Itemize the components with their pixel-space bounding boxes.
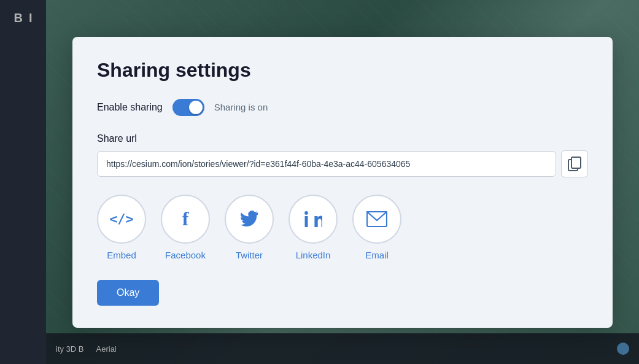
- modal-title: Sharing settings: [97, 59, 588, 82]
- linkedin-share-button[interactable]: LinkedIn: [289, 195, 338, 260]
- modal-overlay: Sharing settings Enable sharing Sharing …: [0, 0, 639, 364]
- sharing-settings-modal: Sharing settings Enable sharing Sharing …: [72, 37, 613, 328]
- email-icon: [366, 211, 387, 227]
- facebook-icon: f: [182, 207, 189, 230]
- share-url-input[interactable]: [97, 151, 556, 177]
- email-circle: [352, 195, 401, 244]
- copy-url-button[interactable]: [561, 150, 588, 177]
- twitter-share-button[interactable]: Twitter: [225, 195, 274, 260]
- okay-button[interactable]: Okay: [97, 280, 159, 306]
- email-share-button[interactable]: Email: [352, 195, 401, 260]
- share-url-label: Share url: [97, 133, 588, 144]
- twitter-label: Twitter: [236, 250, 263, 260]
- facebook-share-button[interactable]: f Facebook: [161, 195, 210, 260]
- enable-sharing-label: Enable sharing: [97, 102, 163, 113]
- url-row: [97, 150, 588, 177]
- facebook-circle: f: [161, 195, 210, 244]
- svg-rect-1: [571, 157, 581, 168]
- enable-sharing-row: Enable sharing Sharing is on: [97, 99, 588, 116]
- share-buttons-row: Embed f Facebook Twitter: [97, 195, 588, 260]
- embed-circle: [97, 195, 146, 244]
- clipboard-icon: [568, 157, 581, 171]
- email-label: Email: [365, 250, 389, 260]
- twitter-circle: [225, 195, 274, 244]
- toggle-slider: [172, 99, 204, 116]
- embed-label: Embed: [107, 250, 136, 260]
- embed-icon: [109, 211, 134, 227]
- sharing-toggle[interactable]: [172, 99, 204, 116]
- embed-share-button[interactable]: Embed: [97, 195, 146, 260]
- linkedin-circle: [289, 195, 338, 244]
- linkedin-label: LinkedIn: [296, 250, 331, 260]
- linkedin-icon: [304, 210, 322, 228]
- sharing-status: Sharing is on: [214, 102, 268, 112]
- twitter-icon: [239, 211, 259, 228]
- facebook-label: Facebook: [165, 250, 206, 260]
